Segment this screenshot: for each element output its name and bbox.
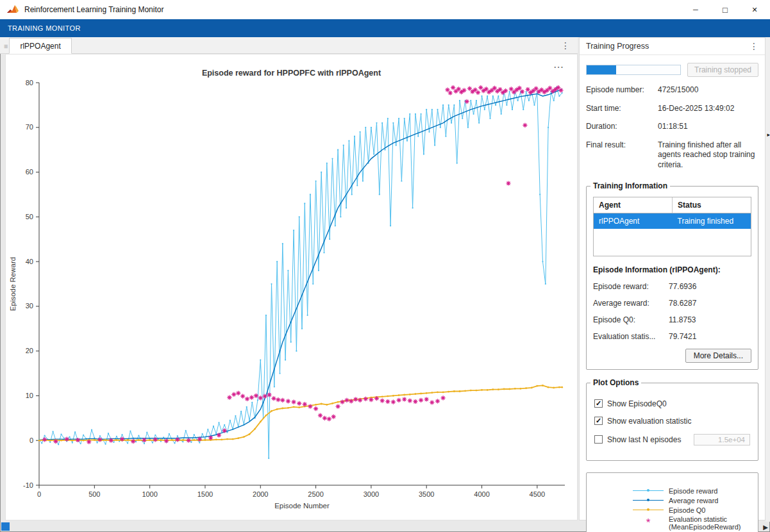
series-marker <box>558 96 560 97</box>
series-marker <box>337 401 339 403</box>
tab-grip-icon: ≡ <box>4 42 8 50</box>
minimize-icon[interactable]: ─ <box>681 0 710 19</box>
tabstrip-menu-icon[interactable]: ⋮ <box>553 40 578 53</box>
legend-item: Episode Q0 <box>633 506 758 514</box>
reward-chart: -100102030405060708005001000150020002500… <box>6 78 577 519</box>
series-marker <box>185 430 187 431</box>
series-marker <box>517 100 519 101</box>
checkbox-label: Show evaluation statistic <box>607 417 691 426</box>
series-marker <box>271 410 272 412</box>
series-marker <box>221 431 222 432</box>
field-value: 4725/15000 <box>658 85 758 96</box>
series-marker <box>318 270 319 271</box>
series-marker <box>135 441 137 442</box>
plot-option-row: Show last N episodes1.5e+04 <box>594 434 750 445</box>
legend-dot <box>647 499 649 501</box>
checkbox-label: Show last N episodes <box>607 435 681 444</box>
panel-collapse-icon[interactable]: ▸ <box>767 131 770 138</box>
series-marker <box>412 207 414 208</box>
series-marker <box>287 270 289 271</box>
series-marker <box>489 118 490 119</box>
series-marker <box>194 434 195 435</box>
series-marker <box>182 439 184 441</box>
series-marker <box>293 229 294 231</box>
episode-field: Average reward:78.6287 <box>593 299 751 308</box>
checkbox[interactable]: ✓ <box>594 417 603 425</box>
series-marker <box>169 433 170 435</box>
field-label: Episode number: <box>586 85 658 96</box>
series-marker <box>390 225 391 226</box>
legend-label: Episode Q0 <box>669 506 705 514</box>
panel-header: Training Progress ⋮ <box>580 38 765 55</box>
series-marker <box>226 432 228 433</box>
maximize-icon[interactable]: □ <box>710 0 740 19</box>
series-marker <box>528 100 530 101</box>
series-marker <box>138 435 139 436</box>
series-marker <box>182 441 183 442</box>
series-marker <box>304 203 305 204</box>
panel-menu-icon[interactable]: ⋮ <box>749 41 758 51</box>
more-details-button[interactable]: More Details... <box>685 349 751 363</box>
corner-expand-icon[interactable]: ▶ <box>763 524 768 531</box>
series-marker <box>60 440 62 442</box>
series-marker <box>431 392 433 394</box>
series-marker <box>442 392 444 394</box>
training-progress-panel: Training Progress ⋮ Training stopped Epi… <box>579 37 766 520</box>
series-marker <box>558 387 560 388</box>
window-title: Reinforcement Learning Training Monitor <box>24 5 163 14</box>
series-marker <box>561 387 563 388</box>
app-window: { "window": { "title": "Reinforcement Le… <box>0 0 770 532</box>
legend-item: Average reward <box>633 496 758 504</box>
series-marker <box>562 92 563 94</box>
x-tick-label: 1500 <box>197 490 213 498</box>
series-marker <box>257 399 258 401</box>
tab-rlppoagent[interactable]: rlPPOAgent <box>9 38 71 54</box>
plot-option-row: ✓Show evaluation statistic <box>594 417 750 426</box>
x-tick-label: 3500 <box>419 490 434 498</box>
series-marker <box>417 136 419 137</box>
chart-options-icon[interactable]: ⋯ <box>553 61 564 73</box>
episode-field: Evaluation statis...79.7421 <box>593 332 751 341</box>
series-marker <box>379 194 380 195</box>
series-marker <box>296 351 297 352</box>
series-marker <box>520 388 522 390</box>
y-tick-label: 70 <box>26 123 33 131</box>
x-tick-label: 4000 <box>474 490 489 498</box>
table-row[interactable]: rlPPOAgentTraining finished <box>594 213 751 229</box>
series-marker <box>442 104 444 106</box>
series-marker <box>246 406 247 408</box>
series-marker <box>536 385 538 387</box>
field-value: 79.7421 <box>669 332 696 341</box>
series-marker <box>373 154 374 155</box>
series-marker <box>501 113 502 115</box>
series-marker <box>464 390 466 392</box>
series-episode-q0 <box>39 385 562 440</box>
x-tick-label: 2500 <box>308 490 323 498</box>
series-marker <box>271 283 272 285</box>
progress-field: Duration:01:18:51 <box>586 122 758 132</box>
checkbox[interactable] <box>594 435 603 444</box>
right-gutter <box>766 37 770 522</box>
field-label: Episode reward: <box>593 282 669 291</box>
series-marker <box>381 395 383 397</box>
series-marker <box>160 439 162 441</box>
ribbon-tab-training-monitor[interactable]: TRAINING MONITOR <box>8 24 81 32</box>
series-marker <box>94 439 96 441</box>
field-label: Evaluation statis... <box>593 332 669 341</box>
close-icon[interactable]: ✕ <box>740 0 769 19</box>
series-marker <box>326 404 328 406</box>
series-marker <box>351 194 353 195</box>
series-marker <box>279 373 280 374</box>
checkbox[interactable]: ✓ <box>594 399 603 408</box>
series-marker <box>254 428 256 430</box>
field-label: Average reward: <box>593 299 669 308</box>
series-marker <box>44 435 46 436</box>
series-marker <box>503 388 505 390</box>
series-marker <box>492 388 494 390</box>
field-label: Episode Q0: <box>593 315 669 324</box>
series-marker <box>310 194 311 195</box>
series-marker <box>440 127 441 128</box>
series-marker <box>437 392 439 394</box>
series-marker <box>268 458 269 459</box>
series-marker <box>492 96 494 97</box>
